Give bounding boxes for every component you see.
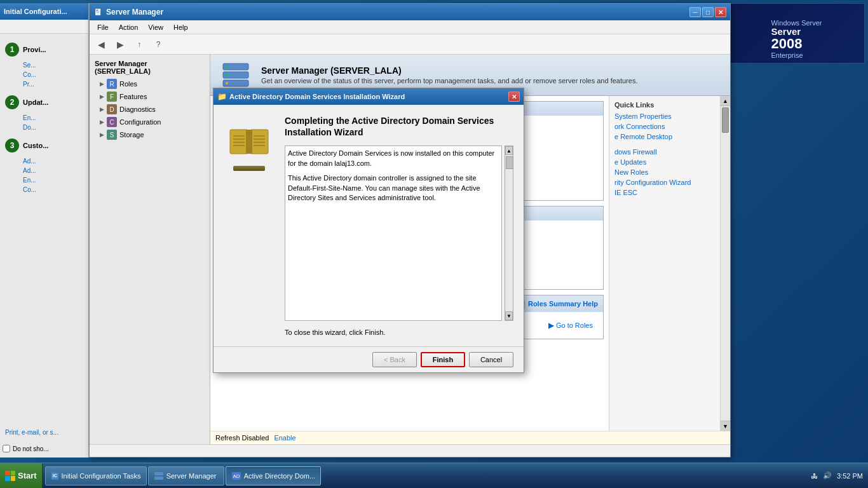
ic-sub-se[interactable]: Se... xyxy=(3,60,86,70)
taskbar-item-initial-config[interactable]: IC Initial Configuration Tasks xyxy=(45,466,147,485)
sm-restore-btn[interactable]: □ xyxy=(702,7,714,17)
taskbar-start-btn[interactable]: Start xyxy=(0,463,43,488)
ic-section-3: 3 Custo... xyxy=(3,135,86,156)
initial-config-body: 1 Provi... Se... Co... Pr... 2 Updat... … xyxy=(0,34,88,200)
sidebar-item-features[interactable]: ▶ F Features xyxy=(90,90,210,103)
sm-statusbar xyxy=(90,444,730,457)
taskbar-item-ad-label: Active Directory Dom... xyxy=(244,472,315,480)
svg-rect-8 xyxy=(246,130,252,154)
svg-text:AD: AD xyxy=(233,473,240,479)
menu-action[interactable]: Action xyxy=(114,22,144,32)
sm-panel-desc: Get an overview of the status of this se… xyxy=(261,77,637,85)
ic-sub-ad1[interactable]: Ad... xyxy=(3,156,86,166)
ad-wizard-back-btn[interactable]: < Back xyxy=(372,352,417,367)
scroll-down-arrow[interactable]: ▼ xyxy=(505,311,513,320)
ic-section-1: 1 Provi... xyxy=(3,39,86,60)
ad-wizard-text1: Active Directory Domain Services is now … xyxy=(288,149,499,168)
sidebar-roles-arrow: ▶ xyxy=(100,81,104,87)
sidebar-config-icon: C xyxy=(107,117,117,127)
toolbar-forward-btn[interactable]: ▶ xyxy=(111,37,129,52)
scroll-down-btn[interactable]: ▼ xyxy=(721,421,730,431)
ic-num-3: 3 xyxy=(5,139,19,152)
svg-point-4 xyxy=(226,74,228,76)
scroll-up-btn[interactable]: ▲ xyxy=(721,96,730,106)
ws-text-area: Windows Server Server 2008 Enterprise xyxy=(771,19,822,59)
scroll-up-arrow[interactable]: ▲ xyxy=(505,146,513,155)
sidebar-item-roles[interactable]: ▶ R Roles xyxy=(90,78,210,90)
sm-close-btn[interactable]: ✕ xyxy=(715,7,726,17)
taskbar-item-ad[interactable]: AD Active Directory Dom... xyxy=(226,466,321,485)
sidebar-item-storage[interactable]: ▶ S Storage xyxy=(90,128,210,141)
sm-panel-title: Server Manager (SERVER_LALA) xyxy=(261,65,637,76)
taskbar-ad-icon: AD xyxy=(231,471,241,481)
ic-label-2: Updat... xyxy=(23,98,48,106)
sidebar-config-arrow: ▶ xyxy=(100,119,104,125)
sidebar-roles-label: Roles xyxy=(119,80,137,88)
ad-wizard-content-area: Active Directory Domain Services is now … xyxy=(285,146,513,321)
link-firewall[interactable]: dows Firewall xyxy=(614,147,715,157)
ad-wizard-close-btn[interactable]: ✕ xyxy=(508,92,520,102)
menu-view[interactable]: View xyxy=(143,22,168,32)
ic-sub-do[interactable]: Do... xyxy=(3,123,86,132)
ad-wizard-scrollbar[interactable]: ▲ ▼ xyxy=(505,146,513,321)
link-rdp[interactable]: e Remote Desktop xyxy=(614,132,715,142)
sidebar-storage-arrow: ▶ xyxy=(100,132,104,138)
ad-wizard-left xyxy=(224,115,275,336)
ad-wizard-heading: Completing the Active Directory Domain S… xyxy=(285,115,513,138)
scroll-thumb[interactable] xyxy=(722,107,729,133)
taskbar-initial-config-icon: IC xyxy=(51,471,59,481)
server-manager-titlebar: 🖥 Server Manager ─ □ ✕ xyxy=(90,4,730,20)
ic-sub-ad2[interactable]: Ad... xyxy=(3,166,86,175)
refresh-enable-link[interactable]: Enable xyxy=(274,434,295,442)
ad-wizard-right: Completing the Active Directory Domain S… xyxy=(285,115,513,336)
start-label: Start xyxy=(18,471,37,480)
ic-sub-co2[interactable]: Co... xyxy=(3,185,86,194)
link-new-roles[interactable]: New Roles xyxy=(614,167,715,177)
systray-volume-icon: 🔊 xyxy=(823,471,832,480)
svg-text:IC: IC xyxy=(52,473,57,478)
link-ie-esc[interactable]: IE ESC xyxy=(614,187,715,198)
ad-wizard-text-area: Active Directory Domain Services is now … xyxy=(285,146,502,321)
sidebar-storage-icon: S xyxy=(107,130,117,140)
roles-summary-help-link[interactable]: 📋 Roles Summary Help xyxy=(517,298,598,309)
sidebar-item-configuration[interactable]: ▶ C Configuration xyxy=(90,116,210,128)
windows-logo-icon xyxy=(783,11,810,13)
link-network[interactable]: ork Connections xyxy=(614,121,715,132)
ad-wizard-cancel-btn[interactable]: Cancel xyxy=(469,352,513,367)
scrollbar-thumb[interactable] xyxy=(506,156,513,169)
taskbar-item-server-manager[interactable]: Server Manager xyxy=(148,466,224,485)
ad-wizard-finish-btn[interactable]: Finish xyxy=(421,352,465,367)
menu-help[interactable]: Help xyxy=(168,22,193,32)
sm-menubar: File Action View Help xyxy=(90,20,730,34)
initial-config-title: Initial Configurati... xyxy=(4,8,67,15)
go-to-roles-link[interactable]: ▶ Go to Roles xyxy=(548,320,593,331)
taskbar-items: IC Initial Configuration Tasks Server Ma… xyxy=(43,463,806,488)
ic-print[interactable]: Print, e-mail, or s... xyxy=(0,426,88,438)
link-security-wizard[interactable]: rity Configuration Wizard xyxy=(614,177,715,187)
ic-do-not-show: Do not sho... xyxy=(3,445,49,452)
sm-scrollbar[interactable]: ▲ ▼ xyxy=(720,96,730,431)
sm-icon: 🖥 xyxy=(93,7,102,17)
ic-sub-pr[interactable]: Pr... xyxy=(3,79,86,89)
taskbar-item-initial-config-label: Initial Configuration Tasks xyxy=(61,472,140,480)
svg-rect-7 xyxy=(250,130,268,154)
go-to-roles-icon: ▶ xyxy=(548,321,554,330)
sm-win-controls: ─ □ ✕ xyxy=(689,7,726,17)
toolbar-back-btn[interactable]: ◀ xyxy=(92,37,110,52)
toolbar-help-btn[interactable]: ? xyxy=(149,37,167,52)
ic-print-link[interactable]: Print, e-mail, or s... xyxy=(5,429,58,436)
ic-sub-co[interactable]: Co... xyxy=(3,70,86,79)
menu-file[interactable]: File xyxy=(92,22,114,32)
sidebar-diagnostics-icon: D xyxy=(107,104,117,114)
link-system-props[interactable]: System Properties xyxy=(614,111,715,121)
toolbar-up-btn[interactable]: ↑ xyxy=(130,37,148,52)
ic-do-not-show-checkbox[interactable] xyxy=(3,445,10,452)
year-label: 2008 xyxy=(771,36,822,51)
initial-config-menu xyxy=(0,20,88,34)
ic-sub-en[interactable]: En... xyxy=(3,113,86,123)
sm-minimize-btn[interactable]: ─ xyxy=(689,7,701,17)
link-updates[interactable]: e Updates xyxy=(614,157,715,167)
sidebar-item-diagnostics[interactable]: ▶ D Diagnostics xyxy=(90,103,210,116)
taskbar-item-server-manager-label: Server Manager xyxy=(166,472,217,480)
ic-sub-en2[interactable]: En... xyxy=(3,175,86,185)
